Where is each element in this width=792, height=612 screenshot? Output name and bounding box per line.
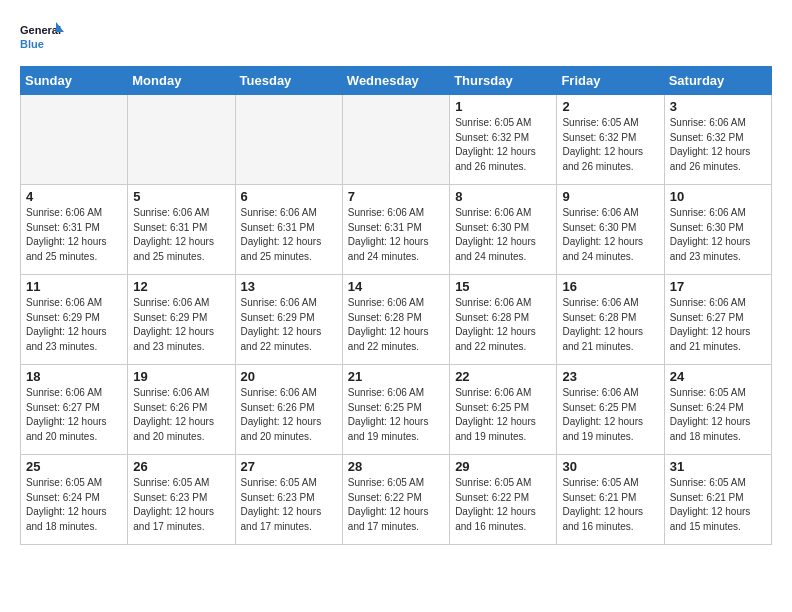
day-number: 16 <box>562 279 658 294</box>
day-info: Sunrise: 6:06 AM Sunset: 6:28 PM Dayligh… <box>562 296 658 354</box>
day-info: Sunrise: 6:06 AM Sunset: 6:32 PM Dayligh… <box>670 116 766 174</box>
day-number: 31 <box>670 459 766 474</box>
calendar-cell: 30Sunrise: 6:05 AM Sunset: 6:21 PM Dayli… <box>557 455 664 545</box>
day-number: 5 <box>133 189 229 204</box>
calendar-cell: 18Sunrise: 6:06 AM Sunset: 6:27 PM Dayli… <box>21 365 128 455</box>
day-info: Sunrise: 6:06 AM Sunset: 6:30 PM Dayligh… <box>562 206 658 264</box>
day-info: Sunrise: 6:05 AM Sunset: 6:21 PM Dayligh… <box>562 476 658 534</box>
day-number: 9 <box>562 189 658 204</box>
calendar-cell: 24Sunrise: 6:05 AM Sunset: 6:24 PM Dayli… <box>664 365 771 455</box>
weekday-header-monday: Monday <box>128 67 235 95</box>
day-number: 19 <box>133 369 229 384</box>
calendar-cell: 13Sunrise: 6:06 AM Sunset: 6:29 PM Dayli… <box>235 275 342 365</box>
day-number: 3 <box>670 99 766 114</box>
day-number: 11 <box>26 279 122 294</box>
svg-text:Blue: Blue <box>20 38 44 50</box>
calendar-cell: 5Sunrise: 6:06 AM Sunset: 6:31 PM Daylig… <box>128 185 235 275</box>
day-info: Sunrise: 6:05 AM Sunset: 6:24 PM Dayligh… <box>26 476 122 534</box>
day-info: Sunrise: 6:06 AM Sunset: 6:31 PM Dayligh… <box>26 206 122 264</box>
day-number: 6 <box>241 189 337 204</box>
day-number: 2 <box>562 99 658 114</box>
calendar-cell <box>342 95 449 185</box>
day-number: 21 <box>348 369 444 384</box>
day-info: Sunrise: 6:06 AM Sunset: 6:31 PM Dayligh… <box>133 206 229 264</box>
calendar-cell: 17Sunrise: 6:06 AM Sunset: 6:27 PM Dayli… <box>664 275 771 365</box>
calendar-cell: 22Sunrise: 6:06 AM Sunset: 6:25 PM Dayli… <box>450 365 557 455</box>
calendar-cell <box>21 95 128 185</box>
day-info: Sunrise: 6:06 AM Sunset: 6:25 PM Dayligh… <box>562 386 658 444</box>
calendar-cell: 26Sunrise: 6:05 AM Sunset: 6:23 PM Dayli… <box>128 455 235 545</box>
day-info: Sunrise: 6:06 AM Sunset: 6:25 PM Dayligh… <box>455 386 551 444</box>
day-number: 1 <box>455 99 551 114</box>
day-number: 26 <box>133 459 229 474</box>
calendar-cell: 1Sunrise: 6:05 AM Sunset: 6:32 PM Daylig… <box>450 95 557 185</box>
week-row-4: 18Sunrise: 6:06 AM Sunset: 6:27 PM Dayli… <box>21 365 772 455</box>
day-number: 10 <box>670 189 766 204</box>
calendar-cell: 3Sunrise: 6:06 AM Sunset: 6:32 PM Daylig… <box>664 95 771 185</box>
weekday-header-row: SundayMondayTuesdayWednesdayThursdayFrid… <box>21 67 772 95</box>
day-number: 17 <box>670 279 766 294</box>
calendar-cell: 31Sunrise: 6:05 AM Sunset: 6:21 PM Dayli… <box>664 455 771 545</box>
calendar-cell <box>235 95 342 185</box>
day-info: Sunrise: 6:05 AM Sunset: 6:23 PM Dayligh… <box>133 476 229 534</box>
day-number: 28 <box>348 459 444 474</box>
calendar-cell: 10Sunrise: 6:06 AM Sunset: 6:30 PM Dayli… <box>664 185 771 275</box>
day-info: Sunrise: 6:05 AM Sunset: 6:32 PM Dayligh… <box>562 116 658 174</box>
weekday-header-saturday: Saturday <box>664 67 771 95</box>
calendar-cell: 7Sunrise: 6:06 AM Sunset: 6:31 PM Daylig… <box>342 185 449 275</box>
logo: General Blue <box>20 20 64 56</box>
day-number: 14 <box>348 279 444 294</box>
calendar-cell: 25Sunrise: 6:05 AM Sunset: 6:24 PM Dayli… <box>21 455 128 545</box>
calendar-cell: 4Sunrise: 6:06 AM Sunset: 6:31 PM Daylig… <box>21 185 128 275</box>
svg-text:General: General <box>20 24 61 36</box>
calendar-cell: 27Sunrise: 6:05 AM Sunset: 6:23 PM Dayli… <box>235 455 342 545</box>
day-info: Sunrise: 6:06 AM Sunset: 6:27 PM Dayligh… <box>26 386 122 444</box>
calendar-cell: 2Sunrise: 6:05 AM Sunset: 6:32 PM Daylig… <box>557 95 664 185</box>
day-info: Sunrise: 6:06 AM Sunset: 6:29 PM Dayligh… <box>241 296 337 354</box>
day-number: 15 <box>455 279 551 294</box>
day-info: Sunrise: 6:05 AM Sunset: 6:21 PM Dayligh… <box>670 476 766 534</box>
day-number: 4 <box>26 189 122 204</box>
calendar-cell: 21Sunrise: 6:06 AM Sunset: 6:25 PM Dayli… <box>342 365 449 455</box>
day-info: Sunrise: 6:05 AM Sunset: 6:32 PM Dayligh… <box>455 116 551 174</box>
logo-svg: General Blue <box>20 20 64 56</box>
day-info: Sunrise: 6:06 AM Sunset: 6:29 PM Dayligh… <box>26 296 122 354</box>
calendar-cell: 6Sunrise: 6:06 AM Sunset: 6:31 PM Daylig… <box>235 185 342 275</box>
day-info: Sunrise: 6:05 AM Sunset: 6:22 PM Dayligh… <box>348 476 444 534</box>
day-number: 8 <box>455 189 551 204</box>
weekday-header-tuesday: Tuesday <box>235 67 342 95</box>
day-number: 29 <box>455 459 551 474</box>
weekday-header-friday: Friday <box>557 67 664 95</box>
day-number: 12 <box>133 279 229 294</box>
day-number: 22 <box>455 369 551 384</box>
calendar-cell: 23Sunrise: 6:06 AM Sunset: 6:25 PM Dayli… <box>557 365 664 455</box>
calendar-cell: 16Sunrise: 6:06 AM Sunset: 6:28 PM Dayli… <box>557 275 664 365</box>
day-info: Sunrise: 6:05 AM Sunset: 6:22 PM Dayligh… <box>455 476 551 534</box>
calendar-cell: 19Sunrise: 6:06 AM Sunset: 6:26 PM Dayli… <box>128 365 235 455</box>
day-number: 7 <box>348 189 444 204</box>
calendar-cell: 9Sunrise: 6:06 AM Sunset: 6:30 PM Daylig… <box>557 185 664 275</box>
day-number: 25 <box>26 459 122 474</box>
day-number: 30 <box>562 459 658 474</box>
day-info: Sunrise: 6:06 AM Sunset: 6:27 PM Dayligh… <box>670 296 766 354</box>
day-info: Sunrise: 6:06 AM Sunset: 6:31 PM Dayligh… <box>348 206 444 264</box>
day-number: 18 <box>26 369 122 384</box>
week-row-3: 11Sunrise: 6:06 AM Sunset: 6:29 PM Dayli… <box>21 275 772 365</box>
day-info: Sunrise: 6:06 AM Sunset: 6:26 PM Dayligh… <box>241 386 337 444</box>
day-number: 13 <box>241 279 337 294</box>
day-number: 20 <box>241 369 337 384</box>
day-info: Sunrise: 6:06 AM Sunset: 6:30 PM Dayligh… <box>455 206 551 264</box>
calendar-cell: 20Sunrise: 6:06 AM Sunset: 6:26 PM Dayli… <box>235 365 342 455</box>
day-info: Sunrise: 6:06 AM Sunset: 6:29 PM Dayligh… <box>133 296 229 354</box>
calendar-cell: 14Sunrise: 6:06 AM Sunset: 6:28 PM Dayli… <box>342 275 449 365</box>
calendar-table: SundayMondayTuesdayWednesdayThursdayFrid… <box>20 66 772 545</box>
day-info: Sunrise: 6:05 AM Sunset: 6:23 PM Dayligh… <box>241 476 337 534</box>
calendar-cell: 29Sunrise: 6:05 AM Sunset: 6:22 PM Dayli… <box>450 455 557 545</box>
calendar-cell: 12Sunrise: 6:06 AM Sunset: 6:29 PM Dayli… <box>128 275 235 365</box>
calendar-cell: 8Sunrise: 6:06 AM Sunset: 6:30 PM Daylig… <box>450 185 557 275</box>
day-number: 24 <box>670 369 766 384</box>
day-info: Sunrise: 6:06 AM Sunset: 6:28 PM Dayligh… <box>455 296 551 354</box>
weekday-header-wednesday: Wednesday <box>342 67 449 95</box>
day-number: 23 <box>562 369 658 384</box>
day-info: Sunrise: 6:06 AM Sunset: 6:25 PM Dayligh… <box>348 386 444 444</box>
